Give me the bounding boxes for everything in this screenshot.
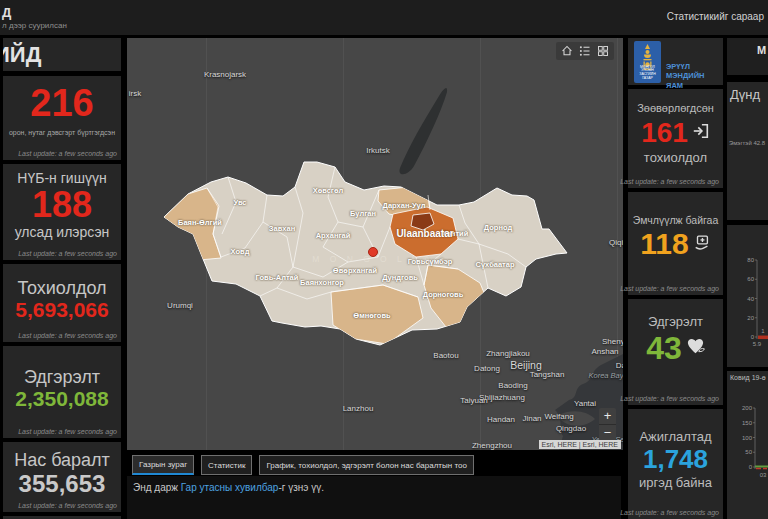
observation-count: 1,748 bbox=[628, 446, 723, 473]
map-label-province: Увс bbox=[234, 198, 247, 207]
stat-card-cases: Тохиолдол 5,693,066 Last update: a few s… bbox=[3, 264, 121, 342]
observation-caption: иргэд байна bbox=[628, 475, 723, 490]
map-label-city: Anshan bbox=[591, 347, 618, 356]
map-label-province: Ховд bbox=[231, 247, 250, 256]
map-label-city: Taiyuan bbox=[460, 396, 488, 405]
map-label-city: Baoding bbox=[498, 381, 527, 390]
last-update-label: Last update: a few seconds ago bbox=[620, 178, 719, 185]
mobile-note: Энд дарж Гар утасны хувилбар-г үзнэ үү. bbox=[127, 476, 621, 519]
map-label-province: Завхан bbox=[269, 224, 295, 233]
tab-graphs[interactable]: График, тохиолдол, эдгэрэлт болон нас ба… bbox=[259, 455, 473, 475]
cases-count: 5,693,066 bbox=[3, 299, 121, 321]
map-labels: Баян-ӨлгийУвсХовдЗавханГовь-АлтайХөвсгөл… bbox=[127, 38, 623, 450]
stat-card-imported: Зөөвөрлөгдсөн 161 тохиолдол Last update:… bbox=[628, 89, 723, 188]
map-label-city: Jinan bbox=[522, 414, 541, 423]
map-label-city: Dandong bbox=[616, 361, 623, 370]
map-label-province: Дундговь bbox=[382, 273, 418, 282]
territories-caption: орон, нутаг дэвсгэрт бүртгэгдсэн bbox=[3, 129, 121, 136]
map-label-city: irsk bbox=[129, 89, 141, 98]
far-right-header-fragment: М bbox=[757, 44, 766, 56]
map-label-city: Tangshan bbox=[530, 370, 565, 379]
home-icon[interactable] bbox=[560, 44, 574, 58]
map-label-province: Хөвсгөл bbox=[313, 186, 344, 195]
zoom-controls: + − bbox=[599, 408, 616, 441]
age-chart-card: 02040608015.9 bbox=[727, 225, 768, 367]
transfer-icon bbox=[692, 122, 710, 144]
age-bar-chart: 02040608015.9 bbox=[727, 225, 768, 367]
map-label-city: Urumqi bbox=[167, 301, 193, 310]
note-suffix: -г үзнэ үү. bbox=[278, 482, 324, 493]
map-label-province: Баян-Өлгий bbox=[178, 218, 222, 227]
last-update-label: Last update: a few seconds ago bbox=[620, 509, 719, 516]
map-tab-bar: Газрын зураг Статистик График, тохиолдол… bbox=[127, 455, 628, 475]
zoom-in-button[interactable]: + bbox=[599, 408, 616, 424]
svg-text:80: 80 bbox=[747, 257, 754, 263]
map[interactable]: Баян-ӨлгийУвсХовдЗавханГовь-АлтайХөвсгөл… bbox=[127, 38, 623, 450]
logo-caption: МОНГОЛ УЛСЫН ЗАСГИЙН ГАЗАР bbox=[634, 66, 661, 81]
map-label-city: Yantai bbox=[574, 399, 596, 408]
zoom-out-button[interactable]: − bbox=[599, 424, 616, 441]
map-label-province: Дорнод bbox=[484, 223, 512, 232]
svg-text:20: 20 bbox=[747, 315, 754, 321]
recovered-world-title: Эдгэрэлт bbox=[3, 367, 121, 388]
map-attribution: Esri, HERE | Esri, HERE bbox=[539, 440, 622, 449]
stat-card-treated: Эмчлүүлж байгаа 118 Last update: a few s… bbox=[628, 192, 723, 295]
recovered-mn-count: 43 bbox=[646, 332, 682, 366]
map-label-province: Дархан-Уул bbox=[383, 201, 426, 210]
map-label-province: Сүхбаатар bbox=[475, 260, 514, 269]
map-label-province: Дорноговь bbox=[423, 290, 464, 299]
map-label-province: Булган bbox=[350, 209, 376, 218]
basemap-icon[interactable] bbox=[596, 44, 610, 58]
trend-chart-card: Ковид 19-ө 05010015020003 bbox=[727, 371, 768, 519]
top-bar: Д л дээр суурилсан Статистикийг сараар bbox=[0, 0, 768, 35]
cases-title: Тохиолдол bbox=[3, 278, 121, 299]
svg-text:40: 40 bbox=[747, 296, 754, 302]
demographics-title-fragment: Дүнд bbox=[730, 87, 760, 102]
svg-text:5.9: 5.9 bbox=[753, 341, 762, 347]
stat-card-recovered-world: Эдгэрэлт 2,350,088 Last update: a few se… bbox=[3, 346, 121, 438]
last-update-label: Last update: a few seconds ago bbox=[18, 428, 117, 435]
imported-caption: тохиолдол bbox=[628, 150, 723, 165]
svg-text:200: 200 bbox=[742, 405, 753, 411]
map-label-province: Архангай bbox=[316, 231, 351, 240]
map-label-province: Баянхонгор bbox=[300, 278, 344, 287]
heart-leaf-icon bbox=[686, 337, 705, 360]
deaths-title: Нас баралт bbox=[3, 450, 121, 471]
map-label-ulaanbaatar: Ulaanbaatar bbox=[396, 228, 453, 239]
map-label-city: Datong bbox=[474, 364, 500, 373]
imported-title: Зөөвөрлөгдсөн bbox=[628, 102, 723, 114]
stat-card-un-countries: НҮБ-н гишүүн 188 улсад илэрсэн Last upda… bbox=[3, 164, 121, 260]
far-right-header: М bbox=[727, 38, 768, 75]
last-update-label: Last update: a few seconds ago bbox=[18, 250, 117, 257]
svg-text:50: 50 bbox=[745, 449, 752, 455]
mobile-version-link[interactable]: Гар утасны хувилбар bbox=[181, 482, 279, 493]
last-update-label: Last update: a few seconds ago bbox=[18, 332, 117, 339]
un-count: 188 bbox=[3, 186, 121, 224]
map-label-province: Говь-Алтай bbox=[256, 273, 299, 282]
map-label-city: Lanzhou bbox=[343, 404, 374, 413]
map-label-city: Qingdao bbox=[556, 424, 586, 433]
last-update-label: Last update: a few seconds ago bbox=[620, 285, 719, 292]
map-label-city: Baotou bbox=[433, 351, 458, 360]
map-label-province: Өмнөговь bbox=[353, 311, 390, 320]
last-update-label: Last update: a few seconds ago bbox=[18, 502, 117, 509]
tab-statistics[interactable]: Статистик bbox=[201, 455, 252, 475]
ministry-logo-card: МОНГОЛ УЛСЫН ЗАСГИЙН ГАЗАР ЭРҮҮЛ МЭНДИЙН… bbox=[628, 38, 723, 85]
tab-map[interactable]: Газрын зураг bbox=[132, 455, 194, 475]
world-section-header: ИЙД bbox=[3, 38, 121, 71]
map-label-city: Irkutsk bbox=[366, 146, 390, 155]
stat-card-deaths: Нас баралт 355,653 Last update: a few se… bbox=[3, 442, 121, 512]
observation-title: Ажиглалтад bbox=[628, 429, 723, 444]
map-toolbar bbox=[556, 42, 614, 60]
svg-text:60: 60 bbox=[747, 276, 754, 282]
last-update-label: Last update: a few seconds ago bbox=[620, 395, 719, 402]
ministry-name: ЭРҮҮЛ МЭНДИЙН ЯАМ bbox=[666, 62, 720, 90]
trend-title-fragment: Ковид 19-ө bbox=[730, 374, 766, 381]
legend-icon[interactable] bbox=[578, 44, 592, 58]
un-caption: улсад илэрсэн bbox=[3, 224, 121, 240]
map-label-city: Weifang bbox=[544, 412, 573, 421]
demographics-female-label: Эмэгтэй 42.8 bbox=[729, 140, 765, 146]
monthly-stats-link[interactable]: Статистикийг сараар bbox=[667, 11, 764, 22]
recovered-mn-title: Эдгэрэлт bbox=[628, 314, 723, 329]
svg-text:03: 03 bbox=[760, 472, 767, 478]
